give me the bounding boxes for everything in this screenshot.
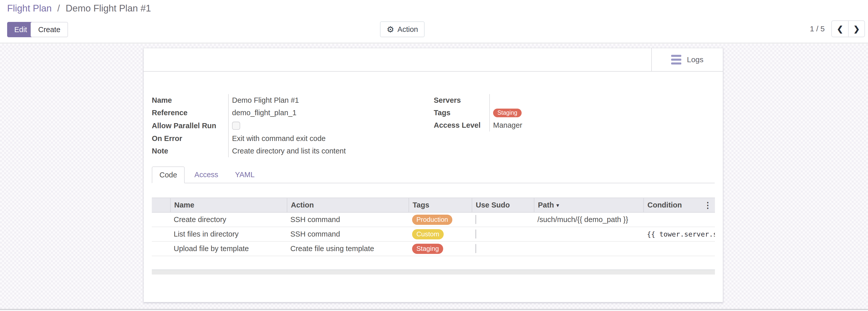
field-servers: Servers — [434, 94, 653, 107]
pager-value: 1 / 5 — [810, 25, 825, 33]
pager-next-button[interactable]: ❯ — [848, 21, 864, 37]
tab-code[interactable]: Code — [152, 166, 185, 183]
card-topbar: Logs — [144, 48, 723, 72]
pager: 1 / 5 ❮ ❯ — [810, 20, 865, 37]
row-name: Upload file by template — [170, 245, 287, 253]
field-on-error-value: Exit with command exit code — [228, 132, 434, 145]
table-header-use-sudo[interactable]: Use Sudo — [472, 198, 534, 212]
row-name: Create directory — [170, 216, 287, 224]
table-row[interactable]: Upload file by template Create file usin… — [152, 242, 715, 256]
field-tags-value: Staging — [489, 107, 653, 119]
pager-previous-button[interactable]: ❮ — [832, 21, 848, 37]
field-servers-label: Servers — [434, 96, 489, 105]
field-name-label: Name — [152, 96, 228, 105]
field-note: Note Create directory and list its conte… — [152, 145, 434, 157]
tag-staging[interactable]: Staging — [493, 109, 522, 117]
table-header-path[interactable]: Path ▾ — [534, 198, 643, 212]
row-tags: Custom — [408, 229, 472, 239]
row-action: SSH command — [287, 216, 408, 224]
field-note-label: Note — [152, 147, 228, 155]
use-sudo-checkbox[interactable] — [475, 215, 476, 224]
table-header-tags[interactable]: Tags — [408, 198, 472, 212]
field-access-level-label: Access Level — [434, 121, 489, 130]
field-reference-value: demo_flight_plan_1 — [228, 107, 434, 119]
gear-icon: ⚙ — [386, 25, 394, 34]
optional-columns-toggle[interactable]: ⋮ — [704, 198, 712, 213]
field-access-level: Access Level Manager — [434, 119, 653, 132]
row-name: List files in directory — [170, 230, 287, 238]
field-tags-label: Tags — [434, 109, 489, 117]
row-action: SSH command — [287, 230, 408, 238]
use-sudo-checkbox[interactable] — [475, 244, 476, 253]
field-reference-label: Reference — [152, 109, 228, 117]
table-header-handle — [152, 198, 170, 212]
breadcrumb: Flight Plan / Demo Flight Plan #1 — [7, 3, 151, 14]
field-tags: Tags Staging — [434, 107, 653, 119]
logs-list-icon — [671, 55, 681, 64]
field-groups: Name Demo Flight Plan #1 Reference demo_… — [152, 94, 715, 157]
field-group-left: Name Demo Flight Plan #1 Reference demo_… — [152, 94, 434, 157]
field-name-value: Demo Flight Plan #1 — [228, 94, 434, 107]
edit-button[interactable]: Edit — [7, 22, 34, 37]
row-tags: Production — [408, 215, 472, 225]
breadcrumb-separator: / — [57, 3, 60, 13]
action-button-label: Action — [398, 25, 418, 34]
field-access-level-value: Manager — [489, 119, 653, 132]
breadcrumb-current: Demo Flight Plan #1 — [66, 3, 151, 13]
form-card: Logs Name Demo Flight Plan #1 Reference … — [144, 48, 723, 302]
table-header-name[interactable]: Name — [170, 198, 287, 212]
table-row[interactable]: Create directory SSH command Production … — [152, 213, 715, 227]
field-note-value: Create directory and list its content — [228, 145, 434, 157]
create-button[interactable]: Create — [31, 22, 68, 37]
tab-yaml[interactable]: YAML — [228, 166, 262, 183]
field-servers-value — [489, 94, 653, 107]
table-header-row: Name Action Tags Use Sudo Path ▾ Conditi… — [152, 198, 715, 213]
field-on-error-label: On Error — [152, 134, 228, 143]
horizontal-scrollbar[interactable] — [152, 270, 715, 275]
field-on-error: On Error Exit with command exit code — [152, 132, 434, 145]
logs-button-label: Logs — [687, 55, 704, 64]
field-allow-parallel-run-value — [228, 119, 434, 132]
allow-parallel-run-checkbox[interactable] — [232, 121, 240, 130]
row-use-sudo — [472, 230, 534, 238]
tag-production: Production — [412, 215, 452, 225]
row-use-sudo — [472, 216, 534, 224]
field-allow-parallel-run: Allow Parallel Run — [152, 119, 434, 132]
tab-access[interactable]: Access — [187, 166, 225, 183]
field-name: Name Demo Flight Plan #1 — [152, 94, 434, 107]
chevron-left-icon: ❮ — [837, 25, 843, 33]
use-sudo-checkbox[interactable] — [475, 229, 476, 238]
table-header-path-label: Path — [538, 201, 554, 209]
field-allow-parallel-run-label: Allow Parallel Run — [152, 121, 228, 130]
bottom-panel-edge — [0, 309, 868, 311]
notebook-tabs: Code Access YAML — [152, 166, 715, 183]
kebab-icon: ⋮ — [704, 200, 712, 210]
table-header-action[interactable]: Action — [287, 198, 408, 212]
sort-descending-icon: ▾ — [557, 202, 559, 208]
form-sheet: Name Demo Flight Plan #1 Reference demo_… — [144, 72, 723, 275]
table-row[interactable]: List files in directory SSH command Cust… — [152, 227, 715, 242]
breadcrumb-parent-link[interactable]: Flight Plan — [7, 3, 52, 13]
field-reference: Reference demo_flight_plan_1 — [152, 107, 434, 119]
logs-button[interactable]: Logs — [651, 48, 723, 71]
control-panel: Flight Plan / Demo Flight Plan #1 Edit C… — [0, 0, 868, 43]
tag-staging: Staging — [412, 244, 443, 254]
row-action: Create file using template — [287, 245, 408, 253]
field-group-right: Servers Tags Staging Access Level Manage… — [434, 94, 653, 157]
content-background: Logs Name Demo Flight Plan #1 Reference … — [0, 44, 868, 311]
commands-table: Name Action Tags Use Sudo Path ▾ Conditi… — [152, 198, 715, 256]
chevron-right-icon: ❯ — [853, 25, 860, 33]
row-use-sudo — [472, 245, 534, 253]
row-condition: {{ tower.server.st — [643, 230, 715, 238]
row-tags: Staging — [408, 244, 472, 254]
row-path: /such/much/{{ demo_path }} — [534, 216, 643, 224]
action-button[interactable]: ⚙ Action — [380, 21, 425, 37]
pager-buttons: ❮ ❯ — [831, 20, 865, 37]
tag-custom: Custom — [412, 229, 444, 239]
